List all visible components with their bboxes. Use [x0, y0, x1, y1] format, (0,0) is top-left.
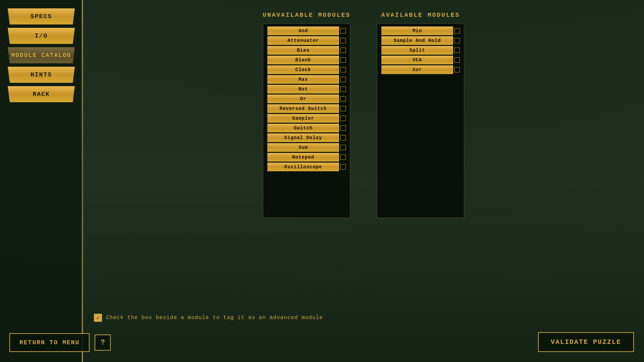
available-module-item: Sample And Hold	[381, 36, 460, 45]
module-bar[interactable]: Max	[267, 75, 339, 84]
module-bar[interactable]: Min	[381, 26, 453, 35]
module-bar[interactable]: Notepad	[267, 153, 339, 162]
module-advanced-checkbox[interactable]	[340, 28, 346, 34]
available-module-item: Split	[381, 46, 460, 55]
module-bar[interactable]: Sampler	[267, 114, 339, 123]
sidebar-btn-io[interactable]: I/O	[8, 28, 75, 44]
unavailable-module-item: Clock	[267, 65, 346, 74]
unavailable-module-item: Attenuator	[267, 36, 346, 45]
unavailable-module-item: Notepad	[267, 153, 346, 162]
unavailable-column: UNAVAILABLE MODULES AndAttenuatorBiasBla…	[260, 12, 354, 218]
module-advanced-checkbox[interactable]	[454, 57, 460, 63]
module-advanced-checkbox[interactable]	[340, 67, 346, 72]
unavailable-module-item: Max	[267, 75, 346, 84]
unavailable-module-item: Signal Delay	[267, 133, 346, 142]
advanced-module-checkbox[interactable]	[94, 314, 102, 322]
unavailable-module-item: Bias	[267, 46, 346, 55]
module-bar[interactable]: Xor	[381, 65, 453, 74]
module-bar[interactable]: Or	[267, 95, 339, 103]
module-bar[interactable]: Clock	[267, 65, 339, 74]
return-to-menu-button[interactable]: RETURN TO MENU	[9, 333, 90, 352]
module-advanced-checkbox[interactable]	[454, 38, 460, 43]
unavailable-module-item: Not	[267, 85, 346, 94]
module-advanced-checkbox[interactable]	[340, 38, 346, 43]
available-module-list: MinSample And HoldSplitVCAXor	[377, 23, 464, 218]
module-bar[interactable]: Blank	[267, 56, 339, 64]
sidebar: SPECSI/OMODULE CATALOGHINTSRACK	[0, 0, 83, 362]
module-bar[interactable]: VCA	[381, 56, 453, 64]
module-advanced-checkbox[interactable]	[340, 57, 346, 63]
bottom-left-area: RETURN TO MENU ?	[9, 333, 111, 352]
sidebar-btn-rack[interactable]: RACK	[8, 86, 75, 102]
module-bar[interactable]: And	[267, 26, 339, 35]
unavailable-title: UNAVAILABLE MODULES	[263, 12, 351, 18]
module-bar[interactable]: Attenuator	[267, 36, 339, 45]
available-column: AVAILABLE MODULES MinSample And HoldSpli…	[374, 12, 468, 218]
module-advanced-checkbox[interactable]	[340, 116, 346, 121]
module-bar[interactable]: Split	[381, 46, 453, 55]
module-advanced-checkbox[interactable]	[340, 86, 346, 92]
unavailable-module-item: Sampler	[267, 114, 346, 123]
module-bar[interactable]: Sum	[267, 143, 339, 152]
available-module-item: Xor	[381, 65, 460, 74]
module-advanced-checkbox[interactable]	[340, 155, 346, 160]
hint-area: Check the box beside a module to tag it …	[94, 314, 631, 322]
available-module-item: VCA	[381, 56, 460, 64]
module-advanced-checkbox[interactable]	[454, 28, 460, 34]
module-advanced-checkbox[interactable]	[340, 96, 346, 102]
columns-area: UNAVAILABLE MODULES AndAttenuatorBiasBla…	[97, 7, 631, 218]
sidebar-btn-specs[interactable]: SPECS	[8, 8, 75, 24]
sidebar-btn-hints[interactable]: HINTS	[8, 67, 75, 83]
module-bar[interactable]: Oscilloscope	[267, 163, 339, 171]
sidebar-divider	[82, 0, 83, 362]
unavailable-module-item: Oscilloscope	[267, 163, 346, 171]
unavailable-module-item: Or	[267, 95, 346, 103]
module-advanced-checkbox[interactable]	[340, 48, 346, 53]
question-button[interactable]: ?	[95, 335, 111, 351]
module-advanced-checkbox[interactable]	[340, 125, 346, 131]
unavailable-module-item: Sum	[267, 143, 346, 152]
unavailable-module-item: Switch	[267, 124, 346, 132]
module-bar[interactable]: Switch	[267, 124, 339, 132]
unavailable-module-list: AndAttenuatorBiasBlankClockMaxNotOrRever…	[263, 23, 350, 218]
unavailable-module-item: And	[267, 26, 346, 35]
module-advanced-checkbox[interactable]	[454, 48, 460, 53]
module-advanced-checkbox[interactable]	[340, 164, 346, 170]
module-advanced-checkbox[interactable]	[340, 77, 346, 82]
module-advanced-checkbox[interactable]	[454, 67, 460, 72]
sidebar-btn-module-catalog[interactable]: MODULE CATALOG	[8, 47, 75, 63]
module-bar[interactable]: Signal Delay	[267, 133, 339, 142]
module-advanced-checkbox[interactable]	[340, 106, 346, 111]
module-bar[interactable]: Bias	[267, 46, 339, 55]
module-advanced-checkbox[interactable]	[340, 145, 346, 150]
module-advanced-checkbox[interactable]	[340, 135, 346, 140]
hint-text: Check the box beside a module to tag it …	[106, 315, 323, 321]
unavailable-module-item: Blank	[267, 56, 346, 64]
main-content: UNAVAILABLE MODULES AndAttenuatorBiasBla…	[83, 0, 644, 362]
module-bar[interactable]: Sample And Hold	[381, 36, 453, 45]
unavailable-module-item: Reversed Switch	[267, 104, 346, 113]
available-module-item: Min	[381, 26, 460, 35]
module-bar[interactable]: Not	[267, 85, 339, 94]
validate-puzzle-button[interactable]: VALIDATE PUZZLE	[538, 332, 634, 352]
module-bar[interactable]: Reversed Switch	[267, 104, 339, 113]
available-title: AVAILABLE MODULES	[381, 12, 460, 18]
